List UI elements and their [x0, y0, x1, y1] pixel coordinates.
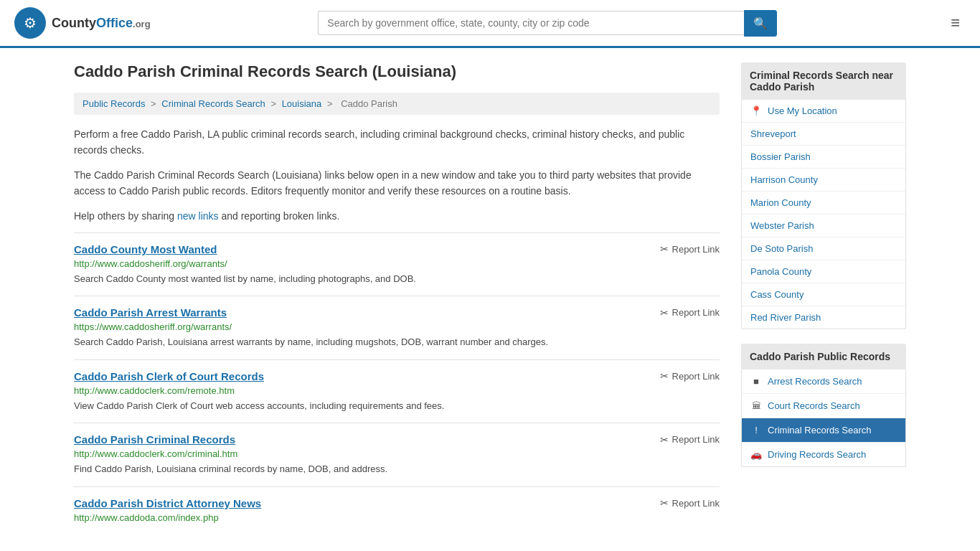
record-item: Caddo Parish Criminal Records ✂ Report L… — [74, 423, 720, 486]
breadcrumb-criminal-records[interactable]: Criminal Records Search — [161, 98, 265, 109]
main-container: Caddo Parish Criminal Records Search (Lo… — [60, 48, 920, 550]
report-link-1[interactable]: ✂ Report Link — [660, 307, 720, 319]
record-title-3[interactable]: Caddo Parish Criminal Records — [74, 433, 235, 446]
record-desc-3: Find Caddo Parish, Louisiana criminal re… — [74, 462, 720, 476]
nearby-title: Criminal Records Search near Caddo Paris… — [741, 62, 906, 100]
new-links-link[interactable]: new links — [177, 210, 219, 222]
record-title-4[interactable]: Caddo Parish District Attorney News — [74, 497, 261, 509]
public-records-title: Caddo Parish Public Records — [741, 344, 906, 369]
pub-records-link-1[interactable]: 🏛 Court Records Search — [742, 394, 905, 418]
breadcrumb-public-records[interactable]: Public Records — [83, 98, 145, 109]
nearby-section: Criminal Records Search near Caddo Paris… — [741, 62, 906, 329]
record-item: Caddo Parish District Attorney News ✂ Re… — [74, 486, 720, 536]
nearby-link-2[interactable]: Harrison County — [742, 169, 905, 192]
pub-records-link-2[interactable]: ! Criminal Records Search — [742, 418, 905, 443]
nearby-links: 📍 Use My Location ShreveportBossier Pari… — [741, 100, 906, 329]
logo-area: ⚙ CountyOffice.org — [14, 7, 151, 39]
search-input[interactable] — [318, 11, 744, 35]
record-desc-2: View Caddo Parish Clerk of Court web acc… — [74, 399, 720, 413]
records-list: Caddo County Most Wanted ✂ Report Link h… — [74, 232, 720, 536]
nearby-link-0[interactable]: Shreveport — [742, 123, 905, 146]
nearby-link-5[interactable]: De Soto Parish — [742, 237, 905, 260]
record-url-1: https://www.caddosheriff.org/warrants/ — [74, 321, 720, 332]
nearby-link-7[interactable]: Cass County — [742, 283, 905, 306]
record-item: Caddo Parish Clerk of Court Records ✂ Re… — [74, 359, 720, 423]
nearby-link-6[interactable]: Panola County — [742, 260, 905, 283]
sidebar: Criminal Records Search near Caddo Paris… — [741, 62, 906, 536]
nearby-link-8[interactable]: Red River Parish — [742, 306, 905, 329]
description-para1: Perform a free Caddo Parish, LA public c… — [74, 126, 720, 159]
pub-records-icon-2: ! — [750, 425, 762, 435]
main-content: Caddo Parish Criminal Records Search (Lo… — [74, 62, 720, 536]
record-title-2[interactable]: Caddo Parish Clerk of Court Records — [74, 370, 264, 382]
location-icon: 📍 — [750, 105, 762, 116]
record-url-2: http://www.caddoclerk.com/remote.htm — [74, 385, 720, 396]
description-para3: Help others by sharing new links and rep… — [74, 208, 720, 224]
nearby-link-1[interactable]: Bossier Parish — [742, 146, 905, 169]
pub-records-icon-3: 🚗 — [750, 449, 762, 460]
report-icon-2: ✂ — [660, 370, 669, 382]
nearby-link-4[interactable]: Webster Parish — [742, 215, 905, 237]
page-title: Caddo Parish Criminal Records Search (Lo… — [74, 62, 720, 81]
pub-records-icon-1: 🏛 — [750, 400, 762, 411]
report-link-2[interactable]: ✂ Report Link — [660, 370, 720, 382]
report-link-0[interactable]: ✂ Report Link — [660, 243, 720, 255]
logo-text: CountyOffice.org — [52, 16, 151, 31]
breadcrumb-louisiana[interactable]: Louisiana — [282, 98, 322, 109]
breadcrumb-caddo-parish: Caddo Parish — [341, 98, 397, 109]
search-area: 🔍 — [318, 10, 777, 37]
public-records-links: ■ Arrest Records Search 🏛 Court Records … — [741, 369, 906, 467]
record-title-0[interactable]: Caddo County Most Wanted — [74, 243, 217, 255]
record-url-0: http://www.caddosheriff.org/warrants/ — [74, 258, 720, 269]
record-item: Caddo Parish Arrest Warrants ✂ Report Li… — [74, 296, 720, 359]
header: ⚙ CountyOffice.org 🔍 ≡ — [0, 0, 980, 48]
record-desc-1: Search Caddo Parish, Louisiana arrest wa… — [74, 335, 720, 349]
report-icon-0: ✂ — [660, 243, 669, 255]
hamburger-menu-button[interactable]: ≡ — [945, 11, 966, 35]
report-icon-4: ✂ — [660, 497, 669, 509]
nearby-link-3[interactable]: Marion County — [742, 192, 905, 215]
breadcrumb: Public Records > Criminal Records Search… — [74, 93, 720, 115]
pub-records-link-3[interactable]: 🚗 Driving Records Search — [742, 443, 905, 466]
record-title-1[interactable]: Caddo Parish Arrest Warrants — [74, 306, 227, 319]
public-records-section: Caddo Parish Public Records ■ Arrest Rec… — [741, 344, 906, 467]
description-para2: The Caddo Parish Criminal Records Search… — [74, 167, 720, 199]
report-icon-3: ✂ — [660, 434, 669, 446]
search-button[interactable]: 🔍 — [744, 10, 777, 37]
record-item: Caddo County Most Wanted ✂ Report Link h… — [74, 232, 720, 296]
report-link-4[interactable]: ✂ Report Link — [660, 497, 720, 509]
record-url-3: http://www.caddoclerk.com/criminal.htm — [74, 448, 720, 459]
record-desc-0: Search Caddo County most wanted list by … — [74, 272, 720, 286]
pub-records-link-0[interactable]: ■ Arrest Records Search — [742, 369, 905, 394]
pub-records-icon-0: ■ — [750, 376, 762, 387]
record-url-4: http://www.caddoda.com/index.php — [74, 512, 720, 523]
report-link-3[interactable]: ✂ Report Link — [660, 434, 720, 446]
logo-icon: ⚙ — [14, 7, 46, 39]
use-my-location[interactable]: 📍 Use My Location — [742, 100, 905, 123]
report-icon-1: ✂ — [660, 307, 669, 319]
